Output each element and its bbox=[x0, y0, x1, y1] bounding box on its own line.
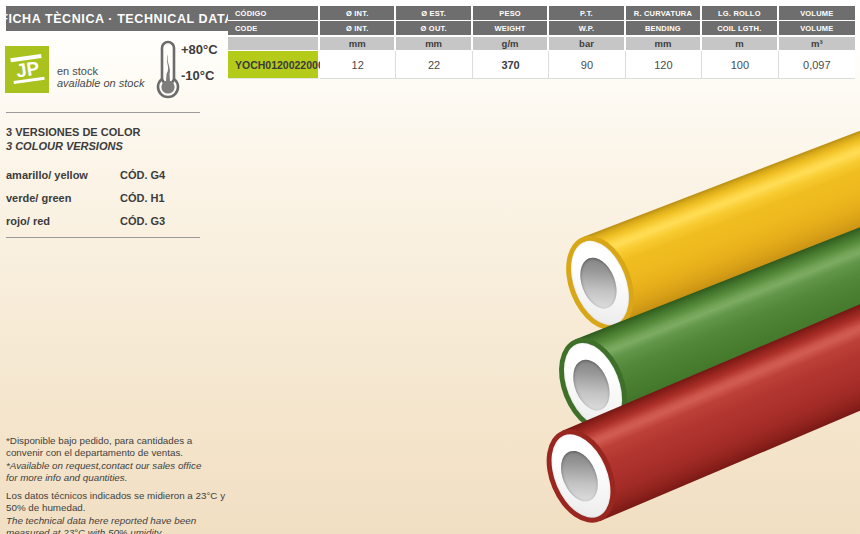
note-measured-en: The technical data here reported have be… bbox=[6, 515, 236, 534]
header-cell-rollo: LG. ROLLO bbox=[702, 6, 778, 21]
unit-cell-empty bbox=[228, 37, 320, 51]
header-cell-bending: BENDING bbox=[626, 21, 702, 37]
note-available-en: *Available on request,contact our sales … bbox=[6, 460, 236, 485]
header-cell-wp: W.P. bbox=[549, 21, 625, 37]
footnotes: *Disponible bajo pedido, para cantidades… bbox=[6, 435, 236, 534]
colour-row-green: verde/ green CÓD. H1 bbox=[6, 192, 216, 204]
hose-bore bbox=[566, 354, 616, 415]
header-cell-diam-est-es: Ø EST. bbox=[396, 6, 472, 21]
hose-yellow-cut-end bbox=[553, 226, 646, 340]
note-available-es: *Disponible bajo pedido, para cantidades… bbox=[6, 435, 236, 460]
jp-logo-inner: JP bbox=[10, 54, 44, 84]
header-cell-peso: PESO bbox=[473, 6, 549, 21]
jp-logo: JP bbox=[5, 46, 49, 93]
unit-cell-m: m bbox=[702, 37, 778, 51]
value-cell-bending-radius: 120 bbox=[626, 51, 702, 79]
datasheet-page: FICHA TÈCNICA · TECHNICAL DATA CÓDIGO Ø … bbox=[0, 0, 860, 534]
technical-data-table: CÓDIGO Ø INT. Ø EST. PESO P.T. R. CURVAT… bbox=[228, 6, 855, 79]
unit-cell-mm-out: mm bbox=[396, 37, 472, 51]
colour-code: CÓD. G4 bbox=[120, 169, 165, 181]
value-cell-weight: 370 bbox=[473, 51, 549, 79]
header-cell-codigo: CÓDIGO bbox=[228, 6, 320, 21]
stock-availability: en stock available on stock bbox=[57, 66, 144, 89]
header-cell-volume-es: VOLUME bbox=[779, 6, 855, 21]
header-cell-weight: WEIGHT bbox=[473, 21, 549, 37]
stock-label-en: available on stock bbox=[57, 78, 144, 90]
hose-inner-wall bbox=[560, 233, 640, 334]
colour-versions-heading-es: 3 VERSIONES DE COLOR bbox=[6, 126, 140, 140]
unit-cell-m3: m³ bbox=[779, 37, 855, 51]
hose-inner-wall bbox=[553, 335, 634, 436]
unit-cell-mm-int: mm bbox=[320, 37, 396, 51]
hose-green-body bbox=[575, 196, 860, 430]
value-cell-coil-length: 100 bbox=[702, 51, 778, 79]
colour-versions-heading-en: 3 COLOUR VERSIONS bbox=[6, 140, 140, 154]
hose-green-cut-end bbox=[546, 328, 640, 442]
page-title: FICHA TÈCNICA · TECHNICAL DATA bbox=[6, 6, 228, 31]
value-cell-working-pressure: 90 bbox=[549, 51, 625, 79]
hose-green bbox=[575, 196, 860, 430]
divider-bottom bbox=[6, 237, 200, 238]
header-cell-pt: P.T. bbox=[549, 6, 625, 21]
colour-label: amarillo/ yellow bbox=[6, 169, 120, 181]
colour-versions-heading: 3 VERSIONES DE COLOR 3 COLOUR VERSIONS bbox=[6, 126, 140, 153]
temperature-min: -10°C bbox=[181, 68, 214, 83]
unit-cell-bar: bar bbox=[549, 37, 625, 51]
temperature-max: +80°C bbox=[181, 42, 218, 57]
header-cell-diam-int-es: Ø INT. bbox=[320, 6, 396, 21]
divider-top bbox=[6, 112, 200, 113]
hose-red-body bbox=[562, 279, 860, 522]
header-cell-code: CODE bbox=[228, 21, 320, 37]
hose-yellow-body bbox=[582, 97, 860, 328]
hose-red bbox=[562, 279, 860, 522]
value-cell-outer-diameter: 22 bbox=[396, 51, 472, 79]
hose-bore bbox=[554, 445, 605, 507]
hose-red-cut-end bbox=[533, 419, 628, 533]
hose-yellow bbox=[582, 97, 860, 328]
unit-cell-mm-bend: mm bbox=[626, 37, 702, 51]
colour-code: CÓD. H1 bbox=[120, 192, 165, 204]
hose-inner-wall bbox=[540, 425, 622, 526]
value-cell-volume: 0,097 bbox=[779, 51, 855, 79]
thermometer-icon bbox=[153, 40, 183, 104]
header-cell-coil-lgth: COIL LGTH. bbox=[702, 21, 778, 37]
colour-code: CÓD. G3 bbox=[120, 215, 165, 227]
colour-row-red: rojo/ red CÓD. G3 bbox=[6, 215, 216, 227]
stock-label-es: en stock bbox=[57, 66, 144, 78]
value-cell-inner-diameter: 12 bbox=[320, 51, 396, 79]
colour-label: verde/ green bbox=[6, 192, 120, 204]
header-cell-diam-out-en: Ø OUT. bbox=[396, 21, 472, 37]
product-code-cell: YOCH0120022000 bbox=[228, 51, 320, 79]
header-cell-volume-en: VOLUME bbox=[779, 21, 855, 37]
hose-bore bbox=[574, 252, 624, 313]
header-cell-diam-int-en: Ø INT. bbox=[320, 21, 396, 37]
logo-letters: JP bbox=[14, 59, 39, 79]
colour-row-yellow: amarillo/ yellow CÓD. G4 bbox=[6, 169, 216, 181]
colour-label: rojo/ red bbox=[6, 215, 120, 227]
note-measured-es: Los datos técnicos indicados se midieron… bbox=[6, 490, 236, 515]
unit-cell-gm: g/m bbox=[473, 37, 549, 51]
header-cell-curvatura: R. CURVATURA bbox=[626, 6, 702, 21]
